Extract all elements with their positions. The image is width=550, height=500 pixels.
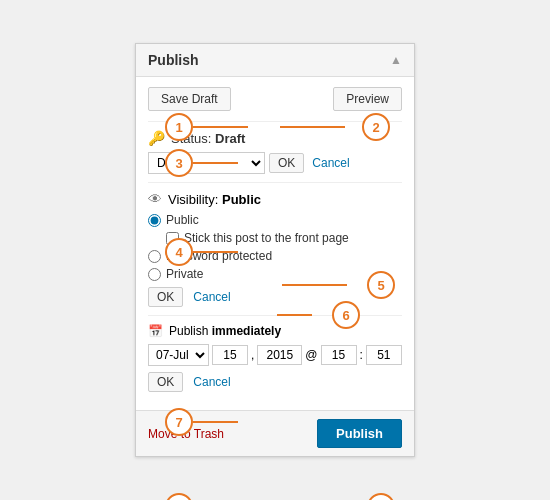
key-icon: 🔑 — [148, 130, 165, 146]
year-input[interactable] — [257, 345, 302, 365]
line-6 — [277, 314, 312, 316]
line-7 — [193, 421, 238, 423]
at-symbol: @ — [305, 348, 317, 362]
label-3: 3 — [165, 149, 193, 177]
visibility-private-radio[interactable] — [148, 268, 161, 281]
top-buttons-row: Save Draft Preview — [148, 87, 402, 111]
label-1: 1 — [165, 113, 193, 141]
visibility-label-row: 👁 Visibility: Public — [148, 191, 402, 207]
datetime-label-row: 📅 Publish immediately — [148, 324, 402, 338]
status-ok-button[interactable]: OK — [269, 153, 304, 173]
save-draft-button[interactable]: Save Draft — [148, 87, 231, 111]
label-7: 7 — [165, 408, 193, 436]
visibility-cancel-button[interactable]: Cancel — [189, 288, 234, 306]
label-5: 5 — [367, 271, 395, 299]
visibility-private-item: Private — [148, 267, 402, 281]
stick-post-item: Stick this post to the front page — [166, 231, 402, 245]
datetime-ok-button[interactable]: OK — [148, 372, 183, 392]
hour-input-2[interactable] — [321, 345, 357, 365]
panel-header: Publish ▲ — [136, 44, 414, 77]
line-2 — [280, 126, 345, 128]
line-1 — [193, 126, 248, 128]
panel-wrapper: 1 2 3 4 5 6 7 8 9 Publish ▲ Save Draft P… — [135, 43, 415, 457]
visibility-password-radio[interactable] — [148, 250, 161, 263]
visibility-public-item: Public — [148, 213, 402, 227]
panel-title: Publish — [148, 52, 199, 68]
visibility-ok-cancel-row: OK Cancel — [148, 287, 402, 307]
calendar-icon: 📅 — [148, 324, 163, 338]
colon-separator: : — [360, 348, 363, 362]
label-4: 4 — [165, 238, 193, 266]
line-5 — [282, 284, 347, 286]
label-8: 8 — [165, 493, 193, 500]
datetime-inputs-row: 07-Jul , @ : — [148, 344, 402, 366]
status-cancel-button[interactable]: Cancel — [308, 154, 353, 172]
comma-separator: , — [251, 348, 254, 362]
line-4 — [193, 251, 238, 253]
datetime-ok-cancel-row: OK Cancel — [148, 372, 402, 392]
visibility-public-label: Public — [166, 213, 199, 227]
visibility-public-radio[interactable] — [148, 214, 161, 227]
line-3 — [193, 162, 238, 164]
preview-button[interactable]: Preview — [333, 87, 402, 111]
eye-icon: 👁 — [148, 191, 162, 207]
label-6: 6 — [332, 301, 360, 329]
publish-immediately-text: Publish immediately — [169, 324, 281, 338]
datetime-cancel-button[interactable]: Cancel — [189, 373, 234, 391]
datetime-section: 📅 Publish immediately 07-Jul , @ : — [148, 315, 402, 400]
visibility-text: Visibility: Public — [168, 192, 261, 207]
label-2: 2 — [362, 113, 390, 141]
stick-post-label: Stick this post to the front page — [184, 231, 349, 245]
visibility-private-label: Private — [166, 267, 203, 281]
collapse-icon[interactable]: ▲ — [390, 53, 402, 67]
visibility-ok-button[interactable]: OK — [148, 287, 183, 307]
minute-input[interactable] — [366, 345, 402, 365]
publish-button[interactable]: Publish — [317, 419, 402, 448]
hour-input[interactable] — [212, 345, 248, 365]
label-9: 9 — [367, 493, 395, 500]
day-month-select[interactable]: 07-Jul — [148, 344, 209, 366]
